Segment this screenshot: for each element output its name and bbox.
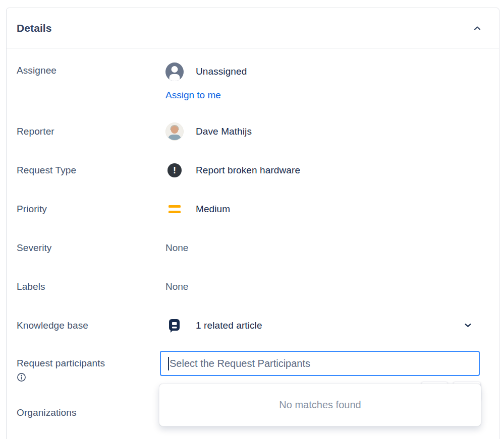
priority-value-text: Medium xyxy=(196,204,230,215)
labels-label: Labels xyxy=(17,281,165,292)
knowledge-base-label: Knowledge base xyxy=(17,320,165,331)
no-matches-message: No matches found xyxy=(279,399,361,411)
details-panel-header: Details xyxy=(7,8,499,48)
article-book-icon xyxy=(167,318,182,334)
details-field-list: Assignee Unassigned Assign to me Reporte… xyxy=(7,48,499,432)
reporter-avatar xyxy=(165,122,184,141)
assign-to-me-link[interactable]: Assign to me xyxy=(165,90,221,101)
chevron-up-icon[interactable] xyxy=(472,23,483,34)
request-type-value-text: Report broken hardware xyxy=(196,165,300,176)
field-row-assignee: Assignee Unassigned Assign to me xyxy=(17,48,499,112)
severity-label: Severity xyxy=(17,242,165,254)
assignee-label: Assignee xyxy=(17,48,165,76)
field-row-reporter: Reporter Dave Mathijs xyxy=(17,112,499,151)
reporter-value[interactable]: Dave Mathijs xyxy=(165,122,499,141)
labels-value-text: None xyxy=(165,281,188,292)
severity-value-text: None xyxy=(165,242,188,254)
field-row-priority: Priority Medium xyxy=(17,190,499,228)
knowledge-base-value[interactable]: 1 related article xyxy=(165,318,262,334)
info-icon[interactable] xyxy=(17,372,165,382)
request-participants-input[interactable]: Select the Request Participants xyxy=(160,351,480,376)
labels-value[interactable]: None xyxy=(165,281,499,292)
knowledge-base-value-text: 1 related article xyxy=(196,320,262,331)
panel-title: Details xyxy=(17,22,52,34)
assignee-value-text: Unassigned xyxy=(196,66,247,77)
details-panel: Details Assignee Unassigned Assign to xyxy=(6,8,499,439)
severity-value[interactable]: None xyxy=(165,242,499,254)
field-row-knowledge-base: Knowledge base 1 related art xyxy=(17,306,499,345)
priority-value[interactable]: Medium xyxy=(165,204,499,215)
unassigned-avatar-icon xyxy=(165,62,184,81)
medium-priority-icon xyxy=(169,205,181,213)
participants-dropdown: No matches found xyxy=(159,384,481,426)
reporter-label: Reporter xyxy=(17,126,165,137)
request-type-value[interactable]: ! Report broken hardware xyxy=(165,163,499,177)
request-participants-placeholder: Select the Request Participants xyxy=(170,358,310,369)
request-participants-label: Request participants xyxy=(17,358,105,368)
field-row-request-participants: Request participants Select the Request … xyxy=(17,345,499,393)
priority-label: Priority xyxy=(17,204,165,215)
assignee-value[interactable]: Unassigned xyxy=(165,61,499,82)
chevron-down-icon[interactable] xyxy=(463,320,473,331)
field-row-severity: Severity None xyxy=(17,228,499,267)
reporter-value-text: Dave Mathijs xyxy=(196,126,252,137)
field-row-labels: Labels None xyxy=(17,267,499,306)
field-row-request-type: Request Type ! Report broken hardware xyxy=(17,151,499,190)
request-type-label: Request Type xyxy=(17,165,165,176)
text-caret xyxy=(168,357,169,370)
exclamation-circle-icon: ! xyxy=(167,163,182,177)
organizations-label: Organizations xyxy=(17,407,165,418)
